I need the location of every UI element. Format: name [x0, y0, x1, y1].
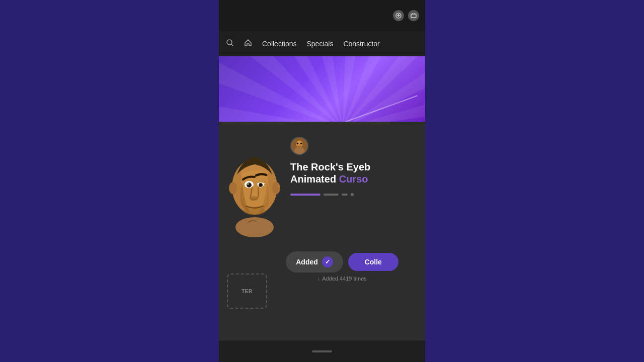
nav-specials[interactable]: Specials: [306, 40, 333, 48]
action-wrapper: TER Added ✓ Colle ↓ Added 4419 times: [219, 247, 425, 317]
nav-bar: Collections Specials Constructor: [219, 31, 425, 56]
action-buttons: Added ✓ Colle ↓ Added 4419 times: [267, 247, 417, 282]
cursor-preview-box: TER: [227, 274, 267, 309]
svg-point-16: [260, 184, 262, 187]
svg-point-14: [248, 184, 249, 185]
progress-row: [290, 193, 417, 196]
buttons-row: Added ✓ Colle: [286, 251, 398, 273]
nav-constructor[interactable]: Constructor: [343, 40, 379, 48]
svg-line-7: [231, 44, 233, 46]
collect-button[interactable]: Colle: [348, 253, 398, 271]
check-icon: ✓: [322, 256, 333, 267]
top-bar: [219, 0, 425, 31]
product-section: The Rock's Eyeb Animated Curso: [219, 122, 425, 247]
content-area: The Rock's Eyeb Animated Curso TER: [219, 122, 425, 317]
svg-point-25: [300, 143, 302, 145]
hero-section: [219, 56, 425, 122]
collect-button-label: Colle: [365, 258, 382, 266]
download-icon: ↓: [317, 276, 320, 282]
progress-seg-2: [324, 194, 339, 196]
product-info: The Rock's Eyeb Animated Curso: [290, 132, 417, 196]
avatar-row: [290, 137, 417, 155]
svg-point-24: [297, 143, 299, 145]
title-line1: The Rock's Eyeb: [290, 161, 370, 172]
hero-rays: [219, 56, 425, 122]
progress-seg-1: [290, 194, 320, 196]
cursor-preview-label: TER: [242, 289, 253, 294]
bottom-handle: [312, 350, 332, 352]
search-icon[interactable]: [226, 39, 234, 49]
creator-avatar: [290, 137, 308, 155]
title-line2: Animated: [290, 173, 339, 185]
bg-right: [425, 0, 644, 362]
svg-point-17: [250, 196, 258, 201]
top-bar-icon-1[interactable]: [393, 10, 404, 21]
svg-point-19: [229, 182, 237, 194]
svg-point-18: [244, 207, 266, 215]
main-window: Collections Specials Constructor: [219, 0, 425, 362]
progress-seg-3: [342, 194, 348, 196]
added-count-text: Added 4419 times: [322, 276, 367, 282]
added-count: ↓ Added 4419 times: [317, 276, 367, 282]
added-button[interactable]: Added ✓: [286, 251, 343, 273]
product-title: The Rock's Eyeb Animated Curso: [290, 161, 417, 185]
title-accent: Curso: [339, 173, 368, 185]
progress-dot-1: [351, 193, 354, 196]
home-icon[interactable]: [244, 39, 252, 49]
added-button-label: Added: [296, 258, 318, 266]
bottom-bar: [219, 340, 425, 362]
rock-face-illustration: [227, 132, 282, 237]
svg-point-8: [235, 217, 274, 237]
svg-point-20: [272, 182, 280, 194]
bg-left: [0, 0, 219, 362]
svg-rect-3: [411, 14, 416, 18]
nav-collections[interactable]: Collections: [262, 40, 296, 48]
top-bar-icon-2[interactable]: [408, 10, 419, 21]
